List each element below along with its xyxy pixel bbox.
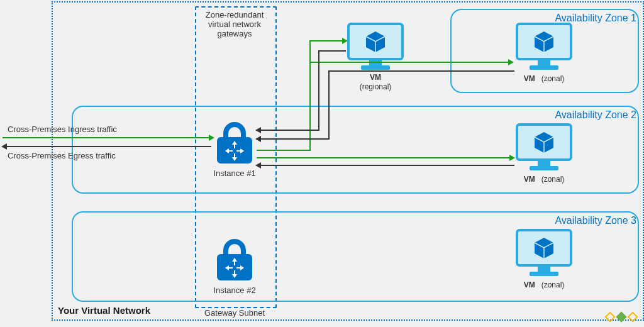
vm-zone3-caption: VM (zonal) (503, 280, 585, 290)
vm-zone3-rest: (zonal) (541, 280, 565, 289)
flow-egress-arrow (1, 143, 7, 150)
flow-zone2-back (260, 165, 514, 166)
svg-rect-15 (530, 65, 558, 70)
flow-ingress-arrow (209, 135, 214, 141)
svg-rect-25 (530, 272, 558, 276)
vm-zone2-icon (516, 123, 572, 172)
vm-regional-icon (347, 23, 404, 72)
flow-zone1-back-v (328, 70, 330, 140)
gateway-subnet-caption: Gateway Subnet (195, 308, 274, 318)
flow-regvm-back-top (318, 50, 346, 52)
vm-regional-rest: (regional) (360, 82, 392, 91)
vm-zone2-caption: VM (zonal) (503, 175, 585, 184)
availability-zone-2-title: Availability Zone 2 (72, 108, 644, 121)
flow-to-zone2-green-arrow (509, 155, 515, 161)
nav-dot-next[interactable] (628, 312, 638, 323)
vm-zone1-bold: VM (524, 74, 535, 83)
nav-dot-current[interactable] (616, 312, 627, 323)
svg-rect-14 (538, 59, 550, 65)
flow-inst-to-regvm-v (309, 40, 311, 151)
flow-regvm-back-bot (260, 130, 319, 131)
nav-dot-prev[interactable] (605, 312, 616, 323)
carousel-nav-dots[interactable] (606, 313, 636, 321)
vm-zone2-bold: VM (524, 175, 535, 184)
gw-title-line3: gateways (218, 29, 252, 38)
vm-zone1-rest: (zonal) (541, 74, 565, 83)
availability-zone-1-title: Availability Zone 1 (450, 11, 644, 24)
vm-regional-bold: VM (370, 73, 381, 82)
flow-inst-to-regvm-top (309, 40, 343, 42)
flow-to-zone1-green-h (309, 62, 509, 63)
gw-title-line1: Zone-redundant (206, 10, 264, 19)
flow-zone1-back-arrow (255, 136, 261, 142)
ingress-traffic-label: Cross-Premises Ingress traffic (8, 125, 117, 134)
egress-traffic-label: Cross-Premises Egress traffic (8, 151, 116, 160)
svg-rect-20 (530, 166, 558, 170)
vm-zone1-icon (516, 23, 572, 72)
svg-rect-10 (361, 65, 390, 70)
availability-zone-3-title: Availability Zone 3 (72, 214, 644, 226)
flow-inst-to-regvm-arrow (342, 38, 348, 44)
flow-regvm-back-v (318, 50, 319, 131)
vm-zone1-caption: VM (zonal) (503, 74, 585, 84)
svg-rect-24 (538, 265, 550, 272)
flow-inst-to-regvm-h (257, 150, 311, 151)
flow-regvm-back-arrow (255, 127, 261, 133)
vm-regional-caption: VM (regional) (347, 73, 404, 92)
flow-ingress-line (3, 137, 211, 138)
flow-egress-line (6, 146, 211, 147)
svg-rect-19 (538, 160, 550, 166)
flow-zone1-back-bot (260, 138, 330, 140)
vm-zone3-icon (516, 229, 572, 278)
vm-zone3-bold: VM (524, 280, 535, 289)
gw-title-line2: virtual network (208, 19, 261, 29)
virtual-network-label: Your Virtual Network (58, 305, 150, 316)
vm-zone2-rest: (zonal) (541, 175, 565, 184)
flow-to-zone1-green-arrow (508, 59, 514, 65)
flow-to-zone2-green (257, 157, 511, 158)
gateway-subnet-title: Zone-redundant virtual network gateways (195, 10, 274, 38)
flow-zone1-back-top (328, 70, 514, 72)
flow-zone2-back-arrow (255, 162, 261, 169)
